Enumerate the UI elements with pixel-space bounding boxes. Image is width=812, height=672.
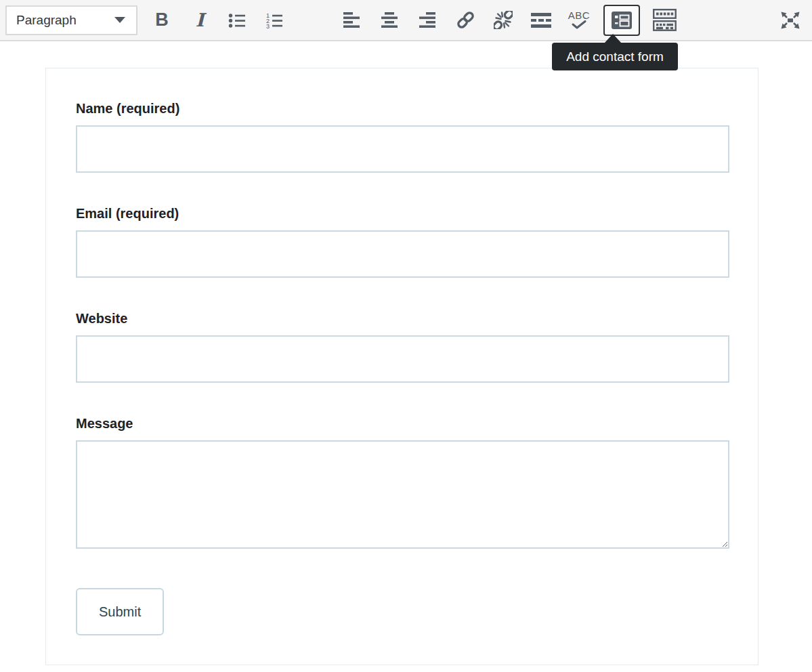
format-dropdown[interactable]: Paragraph <box>5 5 137 35</box>
bullet-list-icon <box>228 12 247 28</box>
align-left-icon <box>343 12 360 28</box>
message-field-label: Message <box>76 416 729 431</box>
submit-button[interactable]: Submit <box>76 588 164 635</box>
numbered-list-button[interactable]: 1 2 3 <box>262 5 289 35</box>
fullscreen-icon <box>780 11 800 30</box>
align-left-button[interactable] <box>338 5 365 35</box>
numbered-list-icon: 1 2 3 <box>266 12 285 28</box>
link-button[interactable] <box>452 5 479 35</box>
bullet-list-button[interactable] <box>224 5 251 35</box>
chevron-down-icon <box>114 17 125 23</box>
website-field-label: Website <box>76 311 729 326</box>
editor-toolbar: Paragraph B I 1 2 3 <box>0 0 812 41</box>
blockquote-icon: “ <box>302 16 324 34</box>
svg-text:3: 3 <box>266 23 270 28</box>
unlink-button[interactable] <box>490 5 517 35</box>
tooltip-text: Add contact form <box>566 49 664 64</box>
align-center-icon <box>381 12 398 28</box>
spellcheck-icon: ABC <box>568 11 590 29</box>
tooltip-arrow <box>604 34 622 43</box>
name-field[interactable] <box>76 125 729 173</box>
blockquote-button[interactable]: “ <box>300 5 327 35</box>
fullscreen-button[interactable] <box>777 5 804 35</box>
add-contact-form-button[interactable] <box>603 5 640 36</box>
read-more-button[interactable] <box>528 5 555 35</box>
bold-icon: B <box>155 11 169 29</box>
bold-button[interactable]: B <box>148 5 175 35</box>
email-field[interactable] <box>76 230 729 278</box>
field-group-website: Website <box>76 311 729 383</box>
contact-form-preview: Name (required) Email (required) Website… <box>45 68 758 665</box>
align-center-button[interactable] <box>376 5 403 35</box>
name-field-label: Name (required) <box>76 101 729 116</box>
format-dropdown-value: Paragraph <box>16 13 77 28</box>
keyboard-button[interactable] <box>651 5 678 35</box>
align-right-icon <box>419 12 435 28</box>
message-field[interactable] <box>76 440 729 549</box>
email-field-label: Email (required) <box>76 206 729 221</box>
website-field[interactable] <box>76 335 729 383</box>
field-group-name: Name (required) <box>76 101 729 173</box>
tooltip-add-contact-form: Add contact form <box>552 43 678 70</box>
read-more-icon <box>531 13 551 28</box>
link-icon <box>456 11 475 29</box>
editor-page: Paragraph B I 1 2 3 <box>0 0 812 672</box>
spellcheck-button[interactable]: ABC <box>565 5 593 35</box>
keyboard-icon <box>653 9 677 31</box>
field-group-email: Email (required) <box>76 206 729 278</box>
italic-button[interactable]: I <box>186 5 213 35</box>
unlink-icon <box>494 11 513 29</box>
contact-form-icon <box>612 12 632 29</box>
align-right-button[interactable] <box>414 5 441 35</box>
field-group-message: Message <box>76 416 729 549</box>
italic-icon: I <box>196 11 205 29</box>
